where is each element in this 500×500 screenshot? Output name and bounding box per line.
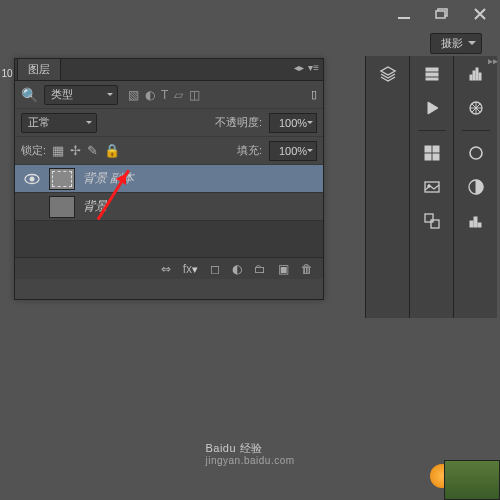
stack-icon[interactable] <box>418 62 446 86</box>
svg-rect-7 <box>426 78 438 80</box>
ruler-value: 10 <box>0 58 14 88</box>
workspace-label: 摄影 <box>441 37 463 49</box>
fill-input[interactable]: 100% <box>269 141 317 161</box>
layer-row[interactable]: 背景 副本 <box>15 165 323 193</box>
collapse-grip-icon[interactable]: ▸▸ <box>488 56 498 66</box>
layer-empty-area <box>15 221 323 257</box>
mask-icon[interactable]: ◻ <box>210 262 220 276</box>
svg-rect-9 <box>433 146 439 152</box>
visibility-toggle[interactable] <box>15 173 49 185</box>
opacity-input[interactable]: 100% <box>269 113 317 133</box>
filter-type-dropdown[interactable]: 类型 <box>44 85 118 105</box>
svg-rect-19 <box>479 73 481 80</box>
play-icon[interactable] <box>418 96 446 120</box>
opacity-label: 不透明度: <box>215 115 262 130</box>
layers-dock-icon[interactable] <box>374 62 402 86</box>
group-icon[interactable]: 🗀 <box>254 262 266 276</box>
watermark-brand: Baidu 经验 <box>205 442 262 454</box>
minimize-button[interactable] <box>392 5 416 23</box>
fx-icon[interactable]: fx▾ <box>183 262 198 276</box>
right-dock: ▸▸ ▸▸ ▸▸ <box>365 56 500 318</box>
svg-rect-10 <box>425 154 431 160</box>
filter-shape-icon[interactable]: ▱ <box>174 88 183 102</box>
watermark-url: jingyan.baidu.com <box>205 455 294 466</box>
levels-icon[interactable] <box>462 209 490 233</box>
watermark: Baidu 经验 jingyan.baidu.com <box>205 436 294 466</box>
link-layers-icon[interactable]: ⇔ <box>161 262 171 276</box>
search-icon: 🔍 <box>21 87 38 103</box>
svg-rect-15 <box>431 220 439 228</box>
lock-all-icon[interactable]: 🔒 <box>104 143 120 158</box>
svg-rect-8 <box>425 146 431 152</box>
svg-rect-16 <box>470 75 472 80</box>
wheel-icon[interactable] <box>462 96 490 120</box>
histogram-icon[interactable] <box>462 62 490 86</box>
svg-rect-2 <box>436 11 445 18</box>
lock-label: 锁定: <box>21 143 46 158</box>
blend-mode-dropdown[interactable]: 正常 <box>21 113 97 133</box>
gallery-icon[interactable] <box>418 175 446 199</box>
filter-image-icon[interactable]: ▧ <box>128 88 139 102</box>
swap-icon[interactable] <box>418 209 446 233</box>
svg-point-4 <box>30 176 35 181</box>
adjustment-icon[interactable]: ◐ <box>232 262 242 276</box>
svg-rect-17 <box>473 71 475 80</box>
lock-position-icon[interactable]: ✢ <box>70 143 81 158</box>
svg-rect-6 <box>426 73 438 76</box>
workspace-dropdown[interactable]: 摄影 <box>430 33 482 54</box>
halftone-icon[interactable] <box>462 175 490 199</box>
svg-rect-18 <box>476 68 478 80</box>
circle-icon[interactable] <box>462 141 490 165</box>
fill-label: 填充: <box>237 143 262 158</box>
svg-rect-11 <box>433 154 439 160</box>
filter-type-icon[interactable]: T <box>161 88 168 102</box>
filter-adjust-icon[interactable]: ◐ <box>145 88 155 102</box>
layer-name[interactable]: 背景 副本 <box>81 170 323 187</box>
layer-name[interactable]: 背景 <box>81 198 323 215</box>
panel-menu-icon[interactable]: ▾≡ <box>308 62 319 73</box>
svg-rect-23 <box>470 221 473 227</box>
canvas-thumbnail <box>444 460 500 500</box>
filter-smart-icon[interactable]: ◫ <box>189 88 200 102</box>
svg-rect-14 <box>425 214 433 222</box>
grid-icon[interactable] <box>418 141 446 165</box>
lock-pixels-icon[interactable]: ▦ <box>52 143 64 158</box>
tab-layers[interactable]: 图层 <box>17 58 61 80</box>
layer-row[interactable]: 背景 <box>15 193 323 221</box>
restore-button[interactable] <box>430 5 454 23</box>
svg-rect-25 <box>478 223 481 227</box>
filter-toggle-icon[interactable]: ▯ <box>311 88 317 101</box>
svg-rect-0 <box>398 17 410 19</box>
new-layer-icon[interactable]: ▣ <box>278 262 289 276</box>
layer-thumbnail[interactable] <box>49 168 75 190</box>
panel-collapse-icon[interactable]: ◂▸ <box>294 62 304 73</box>
svg-rect-24 <box>474 217 477 227</box>
layers-panel: 图层 ◂▸ ▾≡ 🔍 类型 ▧ ◐ T ▱ ◫ ▯ 正常 不透明度: 100% … <box>14 58 324 300</box>
trash-icon[interactable]: 🗑 <box>301 262 313 276</box>
layer-thumbnail[interactable] <box>49 196 75 218</box>
lock-brush-icon[interactable]: ✎ <box>87 143 98 158</box>
close-button[interactable] <box>468 5 492 23</box>
layer-list: 背景 副本 背景 <box>15 165 323 221</box>
svg-point-21 <box>470 147 482 159</box>
svg-rect-5 <box>426 68 438 71</box>
